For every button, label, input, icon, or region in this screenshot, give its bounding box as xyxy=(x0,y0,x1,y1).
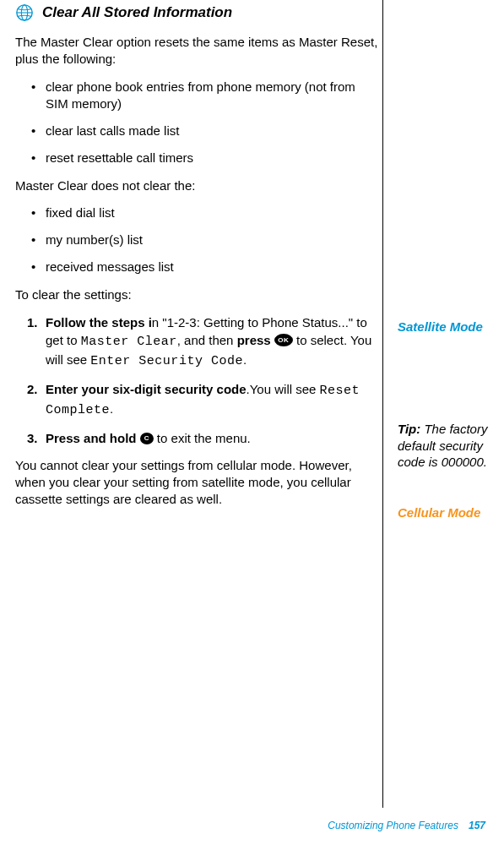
step-2: 2. Enter your six-digit security code.Yo… xyxy=(15,380,381,419)
step-text: . xyxy=(243,352,247,367)
steps-list: 1. Follow the steps in "1-2-3: Getting t… xyxy=(15,313,381,447)
step-bold: Press and hold xyxy=(46,431,137,445)
step-1: 1. Follow the steps in "1-2-3: Getting t… xyxy=(15,313,381,370)
step-number: 1. xyxy=(27,313,38,331)
c-key-icon: C xyxy=(140,433,154,444)
step-bold: Follow the steps i xyxy=(46,315,152,330)
tip-label: Tip: xyxy=(398,422,420,436)
main-column: Clear All Stored Information The Master … xyxy=(15,3,381,519)
bullet-list-1: clear phone book entries from phone memo… xyxy=(15,79,381,167)
step-text: to exit the menu. xyxy=(154,431,251,445)
list-item: clear phone book entries from phone memo… xyxy=(15,79,381,113)
to-clear-paragraph: To clear the settings: xyxy=(15,286,381,303)
vertical-divider xyxy=(382,0,383,808)
step-bold: Enter your six-digit security code xyxy=(46,382,247,396)
list-item: received messages list xyxy=(15,259,381,275)
footer-text: Customizing Phone Features xyxy=(328,820,458,831)
step-text: . xyxy=(110,401,113,416)
step-number: 3. xyxy=(27,429,38,447)
satellite-mode-label: Satellite Mode xyxy=(398,319,483,335)
page-footer: Customizing Phone Features157 xyxy=(328,820,485,831)
step-bold: press xyxy=(237,333,271,347)
side-column: Satellite Mode Tip: The factory default … xyxy=(398,3,489,519)
end-paragraph: You cannot clear your settings from cell… xyxy=(15,457,381,509)
section-heading: Clear All Stored Information xyxy=(42,4,232,21)
intro-paragraph: The Master Clear option resets the same … xyxy=(15,34,381,68)
tip-note: Tip: The factory default security code i… xyxy=(398,421,489,471)
step-text: .You will see xyxy=(247,382,320,396)
lcd-text: Enter Security Code xyxy=(90,354,243,368)
cellular-mode-label: Cellular Mode xyxy=(398,504,480,521)
list-item: reset resettable call timers xyxy=(15,150,381,166)
page-number: 157 xyxy=(469,820,485,831)
bullet-list-2: fixed dial list my number(s) list receiv… xyxy=(15,204,381,276)
globe-icon xyxy=(15,3,34,22)
mid-paragraph: Master Clear does not clear the: xyxy=(15,177,381,194)
step-number: 2. xyxy=(27,380,38,398)
step-3: 3. Press and hold C to exit the menu. xyxy=(15,429,381,447)
heading-row: Clear All Stored Information xyxy=(15,3,381,22)
list-item: my number(s) list xyxy=(15,232,381,248)
step-text: , and then xyxy=(177,333,237,347)
ok-key-icon: OK xyxy=(274,334,293,346)
list-item: fixed dial list xyxy=(15,204,381,221)
lcd-text: Master Clear xyxy=(81,335,177,349)
list-item: clear last calls made list xyxy=(15,123,381,139)
